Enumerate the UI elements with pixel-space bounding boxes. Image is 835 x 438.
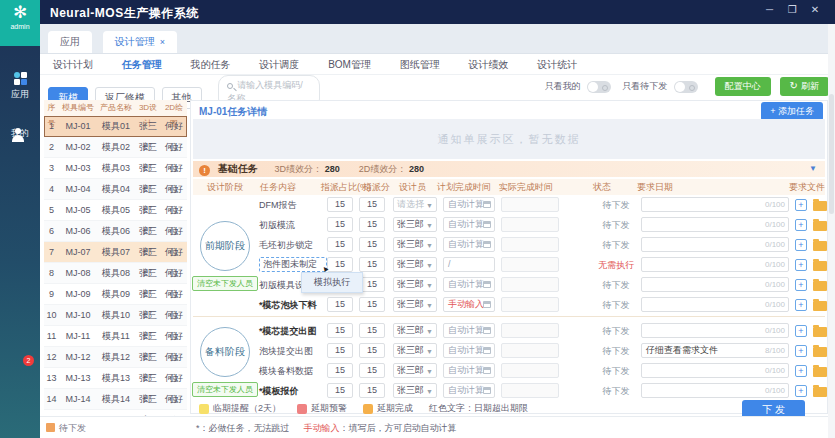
- designer-select[interactable]: 张三郎▼: [393, 383, 437, 398]
- basic-tasks-section-bar[interactable]: ! 基础任务 3D绩效分： 280 2D绩效分： 280 ▼: [193, 161, 825, 177]
- clear-undispatched-button[interactable]: 清空未下发人员: [192, 276, 258, 291]
- subnav-bom[interactable]: BOM管理: [315, 54, 384, 75]
- subnav-drawings[interactable]: 图纸管理: [387, 54, 453, 75]
- actual-date-field[interactable]: [501, 197, 559, 212]
- mold-list-row[interactable]: 1 MJ-01 模具01 张三郎 何好位: [44, 116, 187, 137]
- folder-icon[interactable]: [813, 201, 827, 211]
- actual-date-field[interactable]: [501, 343, 559, 358]
- plan-date-field[interactable]: 自动计算: [443, 277, 495, 292]
- required-date-input[interactable]: 0/100: [641, 383, 789, 398]
- required-date-input[interactable]: 0/100: [641, 217, 789, 232]
- subnav-my-tasks[interactable]: 我的任务: [178, 54, 244, 75]
- mold-list-row[interactable]: 12 MJ-12 模具12 张三郎 何好位: [44, 347, 187, 368]
- tab-apps[interactable]: 应用: [48, 31, 92, 53]
- only-pending-toggle[interactable]: [674, 81, 698, 93]
- ratio-input[interactable]: 15: [327, 363, 353, 378]
- add-file-button[interactable]: +: [795, 199, 807, 211]
- config-center-button[interactable]: 配置中心: [715, 77, 771, 96]
- ratio-input[interactable]: 15: [327, 323, 353, 338]
- folder-icon[interactable]: [813, 261, 827, 271]
- mold-list-row[interactable]: 8 MJ-08 模具08 张三郎 何好位: [44, 263, 187, 284]
- mold-list-row[interactable]: 14 MJ-14 模具14 张三郎 何好位: [44, 389, 187, 410]
- actual-date-field[interactable]: [501, 277, 559, 292]
- plan-date-field[interactable]: 自动计算: [443, 197, 495, 212]
- required-date-input[interactable]: 0/100: [641, 363, 789, 378]
- sidebar-item-mine[interactable]: 我的: [0, 127, 40, 140]
- required-date-input[interactable]: 0/100: [641, 323, 789, 338]
- add-file-button[interactable]: +: [795, 385, 807, 397]
- score-input[interactable]: 15: [359, 363, 385, 378]
- ratio-input[interactable]: 15: [327, 197, 353, 212]
- score-input[interactable]: 15: [359, 237, 385, 252]
- plan-date-field[interactable]: /: [443, 257, 495, 272]
- designer-select[interactable]: 张三郎▼: [393, 297, 437, 312]
- actual-date-field[interactable]: [501, 363, 559, 378]
- actual-date-field[interactable]: [501, 297, 559, 312]
- ratio-input[interactable]: 15: [327, 237, 353, 252]
- designer-select[interactable]: 张三郎▼: [393, 277, 437, 292]
- plan-date-field[interactable]: 自动计算: [443, 237, 495, 252]
- score-input[interactable]: 15: [359, 257, 385, 272]
- add-file-button[interactable]: +: [795, 279, 807, 291]
- ratio-input[interactable]: 15: [327, 297, 353, 312]
- folder-icon[interactable]: [813, 347, 827, 357]
- minimize-icon[interactable]: ─: [759, 4, 779, 15]
- plan-date-field[interactable]: 自动计算: [443, 323, 495, 338]
- plan-date-field[interactable]: 自动计算: [443, 363, 495, 378]
- required-date-input[interactable]: 仔细查看需求文件8/100: [641, 343, 789, 358]
- maximize-icon[interactable]: ❐: [782, 4, 802, 15]
- required-date-input[interactable]: 0/100: [641, 277, 789, 292]
- folder-icon[interactable]: [813, 367, 827, 377]
- close-icon[interactable]: ✕: [805, 4, 825, 15]
- add-file-button[interactable]: +: [795, 325, 807, 337]
- sidebar-item-apps[interactable]: 应用: [0, 72, 40, 101]
- designer-select[interactable]: 张三郎▼: [393, 237, 437, 252]
- refresh-button[interactable]: ↻刷新: [780, 77, 829, 96]
- required-date-input[interactable]: 0/100: [641, 237, 789, 252]
- folder-icon[interactable]: [813, 281, 827, 291]
- tab-close-icon[interactable]: ×: [160, 37, 165, 47]
- add-file-button[interactable]: +: [795, 345, 807, 357]
- ratio-input[interactable]: 15: [327, 343, 353, 358]
- score-input[interactable]: 15: [359, 343, 385, 358]
- mold-list-row[interactable]: 7 MJ-07 模具07 张三郎 何好位: [44, 242, 187, 263]
- subnav-design-plan[interactable]: 设计计划: [40, 54, 106, 75]
- folder-icon[interactable]: [813, 241, 827, 251]
- score-input[interactable]: 15: [359, 323, 385, 338]
- actual-date-field[interactable]: [501, 217, 559, 232]
- designer-select[interactable]: 张三郎▼: [393, 217, 437, 232]
- required-date-input[interactable]: 0/100: [641, 297, 789, 312]
- add-file-button[interactable]: +: [795, 299, 807, 311]
- actual-date-field[interactable]: [501, 237, 559, 252]
- designer-select[interactable]: 请选择▼: [393, 197, 437, 212]
- required-date-input[interactable]: 0/100: [641, 257, 789, 272]
- score-input[interactable]: 15: [359, 383, 385, 398]
- ratio-input[interactable]: 15: [327, 257, 353, 272]
- folder-icon[interactable]: [813, 327, 827, 337]
- scrollbar-thumb[interactable]: [829, 94, 834, 214]
- mold-list-row[interactable]: 5 MJ-05 模具05 张三郎 何好位: [44, 200, 187, 221]
- actual-date-field[interactable]: [501, 257, 559, 272]
- add-file-button[interactable]: +: [795, 365, 807, 377]
- actual-date-field[interactable]: [501, 383, 559, 398]
- plan-date-field[interactable]: 自动计算: [443, 217, 495, 232]
- add-file-button[interactable]: +: [795, 259, 807, 271]
- designer-select[interactable]: 张三郎▼: [393, 257, 437, 272]
- ratio-input[interactable]: 15: [327, 217, 353, 232]
- folder-icon[interactable]: [813, 301, 827, 311]
- mold-list-row[interactable]: 3 MJ-03 模具03 张三郎 何好位: [44, 158, 187, 179]
- add-file-button[interactable]: +: [795, 239, 807, 251]
- folder-icon[interactable]: [813, 221, 827, 231]
- chevron-down-icon[interactable]: ▼: [809, 161, 817, 177]
- mold-list-row[interactable]: 2 MJ-02 模具02 张三郎 何好位: [44, 137, 187, 158]
- designer-select[interactable]: 张三郎▼: [393, 343, 437, 358]
- mold-list-row[interactable]: 11 MJ-11 模具11 张三郎 何好位: [44, 326, 187, 347]
- add-file-button[interactable]: +: [795, 219, 807, 231]
- vertical-scrollbar[interactable]: [828, 24, 835, 438]
- mold-list-row[interactable]: 9 MJ-09 模具09 张三郎 何好位: [44, 284, 187, 305]
- score-input[interactable]: 15: [359, 197, 385, 212]
- mold-list-row[interactable]: 10 MJ-10 模具10 张三郎 何好位: [44, 305, 187, 326]
- only-mine-toggle[interactable]: [587, 81, 611, 93]
- plan-date-field[interactable]: 自动计算: [443, 343, 495, 358]
- plan-date-field[interactable]: 手动输入: [443, 297, 495, 312]
